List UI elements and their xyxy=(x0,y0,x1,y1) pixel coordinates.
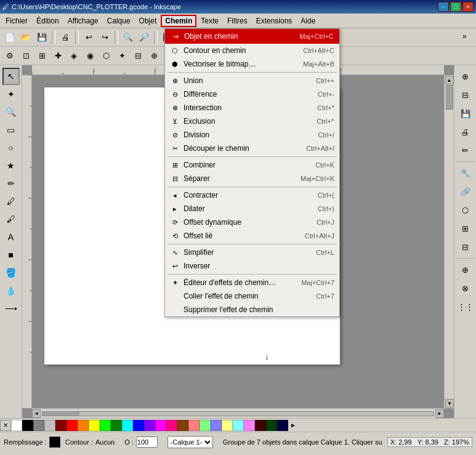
palette-swatch[interactable] xyxy=(55,420,67,431)
rt-btn-12[interactable]: ⊗ xyxy=(457,280,474,297)
minimize-button[interactable]: − xyxy=(438,2,449,12)
palette-swatch[interactable] xyxy=(222,420,233,431)
new-button[interactable]: 📄 xyxy=(2,30,17,45)
palette-swatch[interactable] xyxy=(111,420,122,431)
scroll-down-arrow[interactable]: ▼ xyxy=(445,399,454,408)
rt-btn-10[interactable]: ⊟ xyxy=(457,238,474,256)
no-color-swatch[interactable]: ✕ xyxy=(0,420,11,431)
menu-item-diteur-deffets-de-chemin[interactable]: ✦Éditeur d'effets de chemin…Maj+Ctrl+7 xyxy=(165,276,339,289)
palette-swatch[interactable] xyxy=(44,420,55,431)
palette-swatch[interactable] xyxy=(266,420,277,431)
menu-item-offset-dynamique[interactable]: ⟳Offset dynamiqueCtrl+J xyxy=(165,215,339,229)
star-tool[interactable]: ★ xyxy=(2,157,20,174)
palette-swatch[interactable] xyxy=(22,420,33,431)
snap-btn-1[interactable]: ⚙ xyxy=(2,49,17,63)
scrollbar-horizontal[interactable]: ◄ ► xyxy=(32,408,444,418)
rect-tool[interactable]: ▭ xyxy=(2,121,20,139)
menu-item-inverser[interactable]: ↩Inverser xyxy=(165,259,339,273)
palette-swatch[interactable] xyxy=(89,420,100,431)
rt-btn-6[interactable]: 🔧 xyxy=(457,164,474,182)
rt-btn-5[interactable]: ✏ xyxy=(457,142,474,159)
scroll-right-arrow[interactable]: ► xyxy=(435,409,444,418)
palette-swatch[interactable] xyxy=(177,420,188,431)
snap-btn-6[interactable]: ◉ xyxy=(83,49,97,63)
pencil-tool[interactable]: ✏ xyxy=(2,175,20,192)
menu-fichier[interactable]: Fichier xyxy=(1,15,32,27)
open-button[interactable]: 📂 xyxy=(18,30,33,45)
menu-item-simplifier[interactable]: ∿SimplifierCtrl+L xyxy=(165,246,339,259)
snap-btn-10[interactable]: ⊕ xyxy=(147,49,161,63)
snap-btn-7[interactable]: ⬡ xyxy=(99,49,113,63)
menu-item-dilater[interactable]: ▸DilaterCtrl+) xyxy=(165,202,339,215)
palette-swatch[interactable] xyxy=(33,420,44,431)
palette-swatch[interactable] xyxy=(200,420,211,431)
menu-aide[interactable]: Aide xyxy=(296,15,320,27)
palette-swatch[interactable] xyxy=(11,420,22,431)
palette-swatch[interactable] xyxy=(188,420,200,431)
menu-item-sparer[interactable]: ⊟SéparerMaj+Ctrl+K xyxy=(165,172,339,185)
rt-btn-11[interactable]: ⊕ xyxy=(457,261,474,278)
maximize-button[interactable]: □ xyxy=(450,2,461,12)
menu-texte[interactable]: Texte xyxy=(196,15,223,27)
palette-swatch[interactable] xyxy=(100,420,111,431)
menu-affichage[interactable]: Affichage xyxy=(63,15,103,27)
palette-swatch[interactable] xyxy=(67,420,78,431)
undo-button[interactable]: ↩ xyxy=(81,30,96,45)
menu-item-union[interactable]: ⊕UnionCtrl++ xyxy=(165,74,339,87)
close-button[interactable]: × xyxy=(462,2,474,12)
menu-item-contracter[interactable]: ◂ContracterCtrl+( xyxy=(165,188,339,202)
scroll-thumb[interactable] xyxy=(446,85,453,110)
rt-btn-7[interactable]: 🔗 xyxy=(457,183,474,200)
zoom-in-button[interactable]: 🔍 xyxy=(121,30,135,45)
palette-swatch[interactable] xyxy=(133,420,144,431)
snap-btn-9[interactable]: ⊟ xyxy=(131,49,145,63)
palette-swatch[interactable] xyxy=(277,420,288,431)
rt-btn-4[interactable]: 🖨 xyxy=(457,123,474,140)
menu-edition[interactable]: Édition xyxy=(32,15,63,27)
scroll-up-arrow[interactable]: ▲ xyxy=(445,76,454,84)
menu-item-intersection[interactable]: ⊗IntersectionCtrl+* xyxy=(165,101,339,115)
menu-item-diffrence[interactable]: ⊖DifférenceCtrl+- xyxy=(165,87,339,101)
node-tool[interactable]: ✦ xyxy=(2,86,20,103)
menu-extensions[interactable]: Extensions xyxy=(252,15,297,27)
callig-tool[interactable]: 🖋 xyxy=(2,211,20,228)
menu-calque[interactable]: Calque xyxy=(103,15,135,27)
layer-select[interactable]: -Calque 1- xyxy=(167,436,213,448)
gradient-tool[interactable]: ■ xyxy=(2,246,20,264)
scroll-left-arrow[interactable]: ◄ xyxy=(32,409,41,418)
rt-btn-1[interactable]: ⊕ xyxy=(457,68,474,85)
menu-item-objet-en-chemin[interactable]: ⇒Objet en cheminMaj+Ctrl+C xyxy=(165,29,339,44)
menu-item-contour-en-chemin[interactable]: ⬡Contour en cheminCtrl+Alt+C xyxy=(165,44,339,57)
eyedrop-tool[interactable]: 💧 xyxy=(2,282,20,299)
zoom-out-button[interactable]: 🔎 xyxy=(137,30,151,45)
snap-btn-2[interactable]: ⊡ xyxy=(18,49,33,63)
palette-swatch[interactable] xyxy=(211,420,222,431)
palette-swatch[interactable] xyxy=(122,420,133,431)
menu-item-exclusion[interactable]: ⊻ExclusionCtrl+^ xyxy=(165,115,339,128)
rt-btn-8[interactable]: ⬡ xyxy=(457,201,474,219)
snap-btn-3[interactable]: ⊞ xyxy=(34,49,49,63)
menu-objet[interactable]: Objet xyxy=(135,15,161,27)
rt-btn-2[interactable]: ⊟ xyxy=(457,86,474,103)
menu-item-vectoriser-le-bitmap[interactable]: ⬢Vectoriser le bitmap…Maj+Alt+B xyxy=(165,57,339,71)
snap-btn-8[interactable]: ✦ xyxy=(115,49,129,63)
menu-item-dcouper-le-chemin[interactable]: ✂Découper le cheminCtrl+Alt+/ xyxy=(165,142,339,155)
rt-btn-3[interactable]: 💾 xyxy=(457,105,474,122)
snap-btn-5[interactable]: ◈ xyxy=(67,49,81,63)
palette-swatch[interactable] xyxy=(244,420,255,431)
save-button[interactable]: 💾 xyxy=(34,30,49,45)
print-button[interactable]: 🖨 xyxy=(58,30,73,45)
palette-swatch[interactable] xyxy=(78,420,89,431)
menu-item-combiner[interactable]: ⊞CombinerCtrl+K xyxy=(165,158,339,172)
menu-item-offset-li[interactable]: ⟲Offset liéCtrl+Alt+J xyxy=(165,229,339,243)
palette-arrow-right[interactable]: ► xyxy=(288,420,298,431)
fill-color-box[interactable] xyxy=(49,437,60,448)
snap-btn-4[interactable]: ✚ xyxy=(50,49,65,63)
scroll-track[interactable] xyxy=(42,411,434,416)
select-tool[interactable]: ↖ xyxy=(2,68,20,85)
menu-item-supprimer-leffet-de-chemin[interactable]: Supprimer l'effet de chemin xyxy=(165,303,339,316)
circle-tool[interactable]: ○ xyxy=(2,139,20,156)
palette-swatch[interactable] xyxy=(255,420,266,431)
redo-button[interactable]: ↪ xyxy=(97,30,112,45)
fill-tool[interactable]: 🪣 xyxy=(2,264,20,281)
